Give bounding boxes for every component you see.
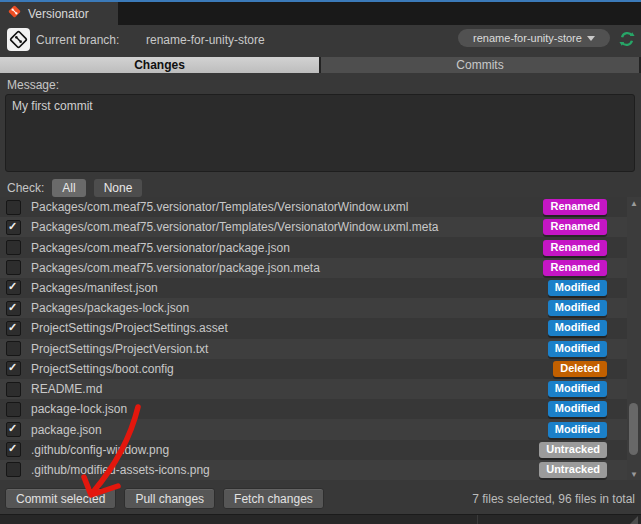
- file-checkbox[interactable]: [6, 382, 21, 397]
- current-branch-label: Current branch:: [36, 33, 119, 47]
- file-checkbox[interactable]: [6, 301, 21, 316]
- scroll-down-icon[interactable]: ▼: [627, 468, 641, 480]
- branch-dropdown-value: rename-for-unity-store: [473, 32, 582, 44]
- file-row[interactable]: .github/config-window.png Untracked: [0, 440, 627, 460]
- status-strip: [0, 514, 641, 524]
- status-badge: Renamed: [543, 240, 607, 256]
- file-row[interactable]: Packages/packages-lock.json Modified: [0, 298, 627, 318]
- pull-changes-button[interactable]: Pull changes: [124, 488, 215, 509]
- tab-title: Versionator: [28, 7, 89, 21]
- file-row[interactable]: Packages/com.meaf75.versionator/Template…: [0, 217, 627, 237]
- file-row[interactable]: Packages/com.meaf75.versionator/Template…: [0, 197, 627, 217]
- changed-files-list: Packages/com.meaf75.versionator/Template…: [0, 197, 627, 480]
- file-path: Packages/packages-lock.json: [31, 301, 548, 315]
- versionator-logo-icon: [7, 28, 30, 51]
- file-path: ProjectSettings/ProjectVersion.txt: [31, 342, 548, 356]
- file-checkbox[interactable]: [6, 220, 21, 235]
- file-checkbox[interactable]: [6, 341, 21, 356]
- status-badge: Modified: [548, 401, 607, 417]
- file-path: Packages/com.meaf75.versionator/Template…: [31, 220, 543, 234]
- file-path: Packages/manifest.json: [31, 281, 548, 295]
- file-checkbox[interactable]: [6, 280, 21, 295]
- editor-tab-bar: Versionator: [0, 2, 641, 25]
- file-checkbox[interactable]: [6, 462, 21, 477]
- scrollbar-thumb[interactable]: [629, 403, 638, 455]
- status-badge: Renamed: [543, 199, 607, 215]
- branch-select-dropdown[interactable]: rename-for-unity-store: [458, 29, 610, 47]
- status-badge: Deleted: [553, 361, 607, 377]
- file-checkbox[interactable]: [6, 422, 21, 437]
- commit-message-input[interactable]: My first commit: [5, 94, 635, 172]
- message-label: Message:: [7, 78, 59, 92]
- check-all-button[interactable]: All: [52, 179, 85, 197]
- strip-divider: [477, 515, 478, 524]
- current-branch-value: rename-for-unity-store: [146, 33, 265, 47]
- status-badge: Modified: [548, 341, 607, 357]
- file-checkbox[interactable]: [6, 200, 21, 215]
- sync-icon: [618, 30, 636, 48]
- file-checkbox[interactable]: [6, 442, 21, 457]
- chevron-down-icon: [587, 36, 595, 41]
- file-checkbox[interactable]: [6, 361, 21, 376]
- resize-grip-icon[interactable]: [630, 516, 638, 524]
- file-row[interactable]: Packages/manifest.json Modified: [0, 278, 627, 298]
- commit-selected-button[interactable]: Commit selected: [5, 488, 116, 509]
- status-badge: Renamed: [543, 260, 607, 276]
- branch-bar: Current branch: rename-for-unity-store r…: [0, 25, 641, 56]
- file-row[interactable]: ProjectSettings/boot.config Deleted: [0, 359, 627, 379]
- file-checkbox[interactable]: [6, 402, 21, 417]
- refresh-button[interactable]: [616, 28, 638, 50]
- tab-versionator[interactable]: Versionator: [0, 2, 118, 25]
- file-row[interactable]: package.json Modified: [0, 419, 627, 439]
- file-path: ProjectSettings/boot.config: [31, 362, 553, 376]
- status-badge: Renamed: [543, 219, 607, 235]
- file-path: Packages/com.meaf75.versionator/Template…: [31, 200, 543, 214]
- status-badge: Modified: [548, 300, 607, 316]
- file-checkbox[interactable]: [6, 321, 21, 336]
- view-tabs: Changes Commits: [0, 57, 641, 73]
- selection-summary: 7 files selected, 96 files in total: [472, 492, 635, 506]
- scroll-up-icon[interactable]: ▲: [627, 197, 641, 209]
- file-path: package-lock.json: [31, 402, 548, 416]
- file-row[interactable]: ProjectSettings/ProjectSettings.asset Mo…: [0, 318, 627, 338]
- file-row[interactable]: package-lock.json Modified: [0, 399, 627, 419]
- file-row[interactable]: Packages/com.meaf75.versionator/package.…: [0, 258, 627, 278]
- file-row[interactable]: Packages/com.meaf75.versionator/package.…: [0, 237, 627, 257]
- status-badge: Modified: [548, 320, 607, 336]
- tab-changes[interactable]: Changes: [0, 57, 319, 73]
- check-none-button[interactable]: None: [94, 179, 143, 197]
- footer-actions: Commit selected Pull changes Fetch chang…: [5, 488, 324, 509]
- status-badge: Modified: [548, 422, 607, 438]
- status-badge: Modified: [548, 280, 607, 296]
- file-path: .github/config-window.png: [31, 443, 539, 457]
- file-row[interactable]: README.md Modified: [0, 379, 627, 399]
- git-branch-icon: [7, 4, 22, 23]
- status-badge: Untracked: [539, 442, 607, 458]
- file-path: .github/modified-assets-icons.png: [31, 463, 539, 477]
- file-path: Packages/com.meaf75.versionator/package.…: [31, 261, 543, 275]
- file-row[interactable]: .github/modified-assets-icons.png Untrac…: [0, 460, 627, 480]
- status-badge: Modified: [548, 381, 607, 397]
- check-toolbar: Check: All None: [7, 178, 142, 197]
- file-path: ProjectSettings/ProjectSettings.asset: [31, 321, 548, 335]
- file-checkbox[interactable]: [6, 240, 21, 255]
- file-row[interactable]: ProjectSettings/ProjectVersion.txt Modif…: [0, 339, 627, 359]
- check-label: Check:: [7, 181, 44, 195]
- file-path: package.json: [31, 423, 548, 437]
- tab-commits[interactable]: Commits: [321, 57, 639, 73]
- list-scrollbar[interactable]: ▲ ▼: [627, 197, 641, 480]
- file-path: Packages/com.meaf75.versionator/package.…: [31, 241, 543, 255]
- status-badge: Untracked: [539, 462, 607, 478]
- file-path: README.md: [31, 382, 548, 396]
- fetch-changes-button[interactable]: Fetch changes: [223, 488, 324, 509]
- file-checkbox[interactable]: [6, 260, 21, 275]
